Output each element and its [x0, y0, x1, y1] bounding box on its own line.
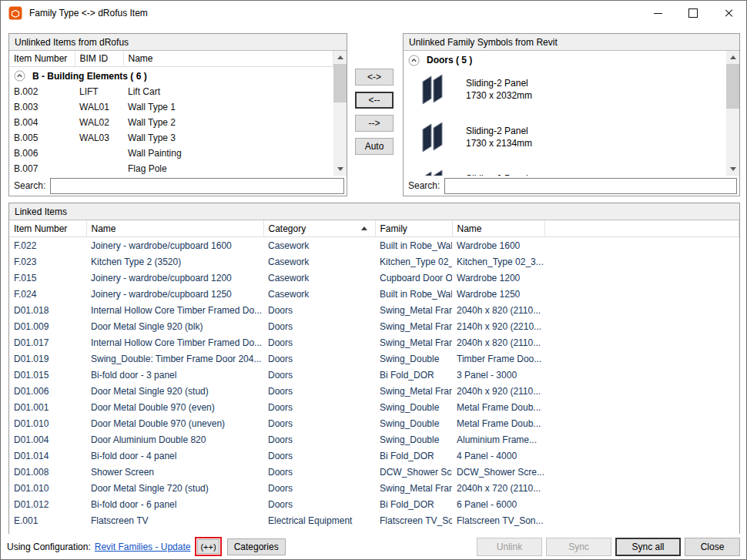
item-number-cell: F.024	[9, 286, 86, 302]
linked-item-row[interactable]: D01.006 Door Metal Single 920 (stud) Doo…	[9, 383, 739, 399]
empty-cell	[544, 367, 739, 383]
column-header-empty	[544, 220, 739, 237]
name-cell: Internal Hollow Core Timber Framed Do...	[86, 302, 263, 318]
linked-item-row[interactable]: F.023 Kitchen Type 2 (3520) Casework Kit…	[9, 253, 739, 270]
drofus-item-row[interactable]: B.005 WAL03 Wall Type 3	[9, 130, 333, 146]
empty-cell	[544, 286, 739, 302]
drofus-item-row[interactable]: B.004 WAL02 Wall Type 2	[9, 115, 333, 130]
item-number-cell: D01.009	[9, 318, 86, 334]
empty-cell	[544, 270, 739, 286]
drofus-item-row[interactable]: B.003 WAL01 Wall Type 1	[9, 99, 333, 115]
sync-button[interactable]: Sync	[546, 538, 611, 556]
revit-search-input[interactable]	[444, 178, 737, 194]
unlink-button[interactable]: Unlink	[477, 538, 542, 556]
drofus-scrollbar[interactable]	[333, 51, 347, 176]
family-type-drofus-dialog: Family Type <-> dRofus Item Unlinked Ite…	[0, 0, 747, 560]
categories-button[interactable]: Categories	[227, 538, 286, 555]
column-header-name[interactable]: Name	[86, 220, 263, 237]
group-row-doors[interactable]: Doors ( 5 )	[404, 51, 726, 69]
column-header-bim-id[interactable]: BIM ID	[75, 51, 123, 67]
type-name-cell: 2040h x 720 (2110...	[452, 480, 544, 496]
scroll-up-button[interactable]	[726, 51, 739, 64]
linked-item-row[interactable]: D01.017 Internal Hollow Core Timber Fram…	[9, 334, 739, 350]
type-name-cell: Timber Frame Doo...	[452, 350, 544, 367]
family-cell: Swing_Metal Fram...	[375, 302, 452, 318]
revit-symbol-list: Doors ( 5 ) Sliding-2 Panel 1730 x 2032m…	[404, 51, 726, 176]
revit-scrollbar[interactable]	[726, 51, 739, 176]
family-cell: Swing_Metal Fram...	[375, 480, 452, 496]
type-name-cell: Aluminium Frame...	[452, 431, 544, 448]
close-dialog-button[interactable]: Close	[685, 538, 740, 556]
family-symbol-item[interactable]: Sliding-2 Panel 1730 x 2134mm	[404, 117, 726, 165]
link-both-button[interactable]: <->	[355, 69, 394, 86]
empty-cell	[544, 383, 739, 399]
move-right-button[interactable]: -->	[355, 115, 394, 132]
empty-cell	[544, 464, 739, 480]
item-number-cell: F.015	[9, 270, 86, 286]
collapse-icon[interactable]	[408, 55, 420, 66]
linked-item-row[interactable]: D01.019 Swing_Double: Timber Frame Door …	[9, 350, 739, 367]
scroll-down-button[interactable]	[726, 163, 739, 176]
minimize-button[interactable]	[640, 1, 675, 25]
item-number-cell: D01.010	[9, 480, 86, 496]
category-cell: Casework	[263, 253, 375, 270]
linked-item-row[interactable]: D01.008 Shower Screen Doors DCW_Shower S…	[9, 464, 739, 480]
family-symbol-item[interactable]: Sliding-2 Panel	[404, 165, 726, 176]
group-label: B - Building Elements ( 6 )	[32, 71, 147, 82]
linked-item-row[interactable]: D01.018 Internal Hollow Core Timber Fram…	[9, 302, 739, 318]
family-cell: Built in Robe_Wall...	[375, 286, 452, 302]
sort-ascending-icon	[361, 226, 367, 230]
item-number-cell: B.005	[9, 130, 75, 146]
column-header-category[interactable]: Category	[263, 220, 375, 237]
linked-item-row[interactable]: F.022 Joinery - wardrobe/cupboard 1600 C…	[9, 237, 739, 254]
name-cell: Wall Painting	[123, 146, 333, 161]
linked-item-row[interactable]: D01.010 Door Metal Single 720 (stud) Doo…	[9, 480, 739, 496]
group-row-building-elements[interactable]: B - Building Elements ( 6 )	[9, 67, 333, 85]
drofus-item-row[interactable]: B.002 LIFT Lift Cart	[9, 84, 333, 99]
linked-item-row[interactable]: D01.010 Door Metal Double 970 (uneven) D…	[9, 415, 739, 431]
action-buttons: Unlink Sync Sync all Close	[477, 538, 740, 556]
drofus-item-row[interactable]: B.006 Wall Painting	[9, 146, 333, 161]
linked-item-row[interactable]: D01.004 Door Aluminium Double 820 Doors …	[9, 431, 739, 448]
linked-item-row[interactable]: D01.014 Bi-fold door - 4 panel Doors Bi …	[9, 448, 739, 464]
sliding-door-icon	[421, 121, 444, 153]
linked-item-row[interactable]: F.024 Joinery - wardrobe/cupboard 1250 C…	[9, 286, 739, 302]
linked-item-row[interactable]: D01.012 Bi-fold door - 6 panel Doors Bi …	[9, 496, 739, 512]
linked-item-row[interactable]: D01.001 Door Metal Double 970 (even) Doo…	[9, 399, 739, 415]
family-cell: DCW_Shower Scre...	[375, 464, 452, 480]
type-name-cell: Flatscreen TV_Son...	[452, 512, 544, 528]
symbol-text: Sliding-2 Panel	[466, 169, 528, 176]
bim-id-cell	[75, 146, 123, 161]
drofus-search-input[interactable]	[50, 178, 344, 194]
move-left-button[interactable]: <--	[355, 92, 394, 109]
annotation-highlight-box: (++)	[195, 537, 221, 556]
linked-item-row[interactable]: D01.009 Door Metal Single 920 (blk) Door…	[9, 318, 739, 334]
linked-items-title: Linked Items	[9, 203, 739, 220]
add-configuration-button[interactable]: (++)	[197, 539, 219, 554]
sync-all-button[interactable]: Sync all	[615, 538, 681, 556]
column-header-item-number[interactable]: Item Number	[9, 220, 86, 237]
item-number-cell: D01.014	[9, 448, 86, 464]
empty-cell	[544, 237, 739, 254]
scrollbar-thumb[interactable]	[333, 64, 347, 102]
item-number-cell: D01.008	[9, 464, 86, 480]
scroll-up-button[interactable]	[333, 51, 347, 64]
scrollbar-thumb[interactable]	[726, 64, 739, 109]
collapse-icon[interactable]	[14, 70, 25, 82]
column-header-name[interactable]: Name	[123, 51, 333, 67]
close-button[interactable]	[711, 1, 746, 25]
auto-link-button[interactable]: Auto	[355, 138, 394, 155]
maximize-button[interactable]	[675, 1, 711, 25]
linked-item-row[interactable]: F.015 Joinery - wardrobe/cupboard 1200 C…	[9, 270, 739, 286]
linked-item-row[interactable]: D01.015 Bi-fold door - 3 panel Doors Bi …	[9, 367, 739, 383]
drofus-item-row[interactable]: B.007 Flag Pole	[9, 161, 333, 176]
column-header-family[interactable]: Family	[375, 220, 452, 237]
column-header-item-number[interactable]: Item Number	[9, 51, 75, 67]
scroll-down-button[interactable]	[333, 163, 347, 176]
linked-item-row[interactable]: E.001 Flatscreen TV Electrical Equipment…	[9, 512, 739, 528]
family-symbol-item[interactable]: Sliding-2 Panel 1730 x 2032mm	[404, 69, 726, 117]
empty-cell	[544, 399, 739, 415]
category-cell: Electrical Equipment	[263, 512, 375, 528]
configuration-link[interactable]: Revit Families - Update	[95, 542, 191, 552]
column-header-type-name[interactable]: Name	[452, 220, 544, 237]
